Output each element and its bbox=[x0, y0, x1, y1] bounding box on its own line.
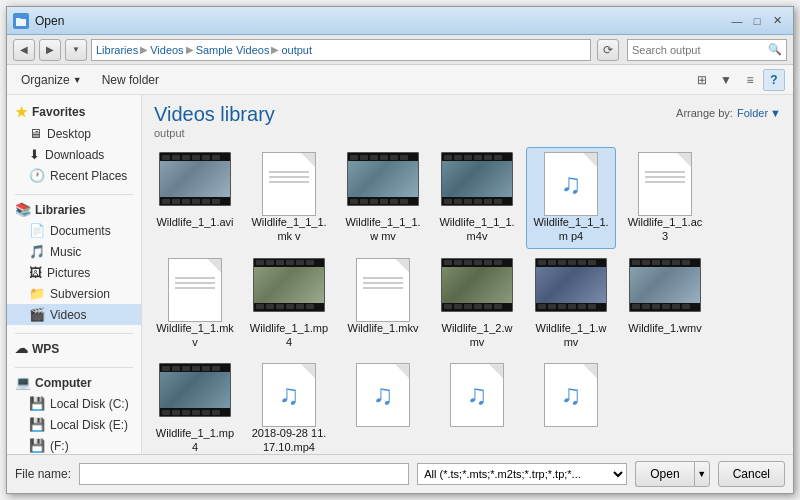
file-item[interactable]: Wildlife_1.mkv bbox=[338, 253, 428, 355]
close-button[interactable]: ✕ bbox=[767, 12, 787, 30]
computer-group: 💻 Computer 💾 Local Disk (C:) 💾 Local Dis… bbox=[7, 372, 141, 454]
libraries-group: 📚 Libraries 📄 Documents 🎵 Music 🖼 Pictur… bbox=[7, 199, 141, 325]
file-thumbnail bbox=[441, 152, 513, 212]
file-name: Wildlife_1_1_1.mk v bbox=[249, 215, 329, 244]
sidebar-item-downloads[interactable]: ⬇ Downloads bbox=[7, 144, 141, 165]
sidebar-divider-1 bbox=[15, 194, 133, 195]
sidebar-item-local-c[interactable]: 💾 Local Disk (C:) bbox=[7, 393, 141, 414]
address-toolbar: ◀ ▶ ▼ Libraries ▶ Videos ▶ Sample Videos… bbox=[7, 35, 793, 65]
search-icon[interactable]: 🔍 bbox=[768, 43, 782, 56]
file-item[interactable]: Wildlife_1_2.wmv bbox=[432, 253, 522, 355]
libraries-header[interactable]: 📚 Libraries bbox=[7, 199, 141, 220]
file-thumbnail bbox=[535, 258, 607, 318]
sidebar-item-music[interactable]: 🎵 Music bbox=[7, 241, 141, 262]
sidebar-item-videos[interactable]: 🎬 Videos bbox=[7, 304, 141, 325]
file-item[interactable]: Wildlife_1_1_1.m4v bbox=[432, 147, 522, 249]
sidebar-item-documents[interactable]: 📄 Documents bbox=[7, 220, 141, 241]
file-name: Wildlife_1_1.avi bbox=[156, 215, 233, 229]
search-input[interactable] bbox=[632, 44, 768, 56]
library-info: Videos library output bbox=[154, 103, 275, 139]
file-name: 2018-09-28 11.17.10.mp4 bbox=[249, 426, 329, 454]
file-name: Wildlife_1_1.mp4 bbox=[249, 321, 329, 350]
file-item[interactable]: ♫ bbox=[338, 358, 428, 454]
back-button[interactable]: ◀ bbox=[13, 39, 35, 61]
file-item[interactable]: Wildlife_1_1_1.mk v bbox=[244, 147, 334, 249]
file-name: Wildlife_1_1.mp4 bbox=[155, 426, 235, 454]
crumb-libraries[interactable]: Libraries bbox=[96, 44, 138, 56]
breadcrumb: Libraries ▶ Videos ▶ Sample Videos ▶ out… bbox=[96, 44, 312, 56]
organize-button[interactable]: Organize ▼ bbox=[15, 71, 88, 89]
documents-icon: 📄 bbox=[29, 223, 45, 238]
open-arrow-button[interactable]: ▼ bbox=[694, 461, 710, 487]
file-item[interactable]: ♫ bbox=[526, 358, 616, 454]
address-bar[interactable]: Libraries ▶ Videos ▶ Sample Videos ▶ out… bbox=[91, 39, 591, 61]
file-item[interactable]: ♫ 2018-09-28 11.17.10.mp4 bbox=[244, 358, 334, 454]
file-thumbnail bbox=[629, 152, 701, 212]
local-disk-e-icon: 💾 bbox=[29, 417, 45, 432]
file-name: Wildlife_1_1_1.w mv bbox=[343, 215, 423, 244]
sidebar-item-local-e[interactable]: 💾 Local Disk (E:) bbox=[7, 414, 141, 435]
filename-label: File name: bbox=[15, 467, 71, 481]
file-item[interactable]: ♫ Wildlife_1_1_1.m p4 bbox=[526, 147, 616, 249]
star-icon: ★ bbox=[15, 104, 28, 120]
arrange-by: Arrange by: Folder ▼ bbox=[676, 107, 781, 119]
sidebar-item-recent-places[interactable]: 🕐 Recent Places bbox=[7, 165, 141, 186]
file-name: Wildlife_1_1_1.m p4 bbox=[531, 215, 611, 244]
minimize-button[interactable]: — bbox=[727, 12, 747, 30]
help-button[interactable]: ? bbox=[763, 69, 785, 91]
wps-header[interactable]: ☁ WPS bbox=[7, 338, 141, 359]
libraries-icon: 📚 bbox=[15, 202, 31, 217]
details-view-button[interactable]: ▼ bbox=[715, 69, 737, 91]
file-name: Wildlife_1_2.wmv bbox=[437, 321, 517, 350]
sidebar-divider-3 bbox=[15, 367, 133, 368]
file-thumbnail bbox=[159, 152, 231, 212]
desktop-icon: 🖥 bbox=[29, 126, 42, 141]
refresh-button[interactable]: ⟳ bbox=[597, 39, 619, 61]
dialog-title: Open bbox=[35, 14, 727, 28]
sidebar-item-desktop[interactable]: 🖥 Desktop bbox=[7, 123, 141, 144]
file-item[interactable]: Wildlife_1_1.mkv bbox=[150, 253, 240, 355]
open-button[interactable]: Open bbox=[635, 461, 693, 487]
file-thumbnail: ♫ bbox=[535, 363, 607, 423]
sidebar-divider-2 bbox=[15, 333, 133, 334]
favorites-header[interactable]: ★ Favorites bbox=[7, 101, 141, 123]
sidebar-item-pictures[interactable]: 🖼 Pictures bbox=[7, 262, 141, 283]
computer-header[interactable]: 💻 Computer bbox=[7, 372, 141, 393]
sidebar-item-drive-f[interactable]: 💾 (F:) bbox=[7, 435, 141, 454]
sidebar-item-subversion[interactable]: 📁 Subversion bbox=[7, 283, 141, 304]
file-item[interactable]: ♫ bbox=[432, 358, 522, 454]
library-title: Videos library bbox=[154, 103, 275, 126]
library-subtitle: output bbox=[154, 127, 275, 139]
file-item[interactable]: Wildlife_1_1_1.w mv bbox=[338, 147, 428, 249]
drive-f-icon: 💾 bbox=[29, 438, 45, 453]
new-folder-button[interactable]: New folder bbox=[96, 71, 165, 89]
cancel-button[interactable]: Cancel bbox=[718, 461, 785, 487]
recent-places-icon: 🕐 bbox=[29, 168, 45, 183]
list-view-button[interactable]: ≡ bbox=[739, 69, 761, 91]
file-item[interactable]: Wildlife_1.wmv bbox=[620, 253, 710, 355]
file-item[interactable]: Wildlife_1_1.avi bbox=[150, 147, 240, 249]
file-thumbnail: ♫ bbox=[347, 363, 419, 423]
arrange-by-button[interactable]: Folder ▼ bbox=[737, 107, 781, 119]
file-thumbnail bbox=[441, 258, 513, 318]
file-thumbnail: ♫ bbox=[441, 363, 513, 423]
crumb-output[interactable]: output bbox=[281, 44, 312, 56]
search-box: 🔍 bbox=[627, 39, 787, 61]
filename-input[interactable] bbox=[79, 463, 409, 485]
favorites-group: ★ Favorites 🖥 Desktop ⬇ Downloads 🕐 Rece… bbox=[7, 101, 141, 186]
file-item[interactable]: Wildlife_1_1.mp4 bbox=[244, 253, 334, 355]
wps-icon: ☁ bbox=[15, 341, 28, 356]
file-item[interactable]: Wildlife_1_1.mp4 bbox=[150, 358, 240, 454]
crumb-sample-videos[interactable]: Sample Videos bbox=[196, 44, 270, 56]
crumb-videos[interactable]: Videos bbox=[150, 44, 183, 56]
bottom-bar: File name: All (*.ts;*.mts;*.m2ts;*.trp;… bbox=[7, 454, 793, 493]
file-thumbnail bbox=[159, 363, 231, 423]
forward-button[interactable]: ▶ bbox=[39, 39, 61, 61]
file-item[interactable]: Wildlife_1_1.wmv bbox=[526, 253, 616, 355]
filetype-select[interactable]: All (*.ts;*.mts;*.m2ts;*.trp;*.tp;*... bbox=[417, 463, 627, 485]
music-icon: 🎵 bbox=[29, 244, 45, 259]
maximize-button[interactable]: □ bbox=[747, 12, 767, 30]
dropdown-button[interactable]: ▼ bbox=[65, 39, 87, 61]
file-item[interactable]: Wildlife_1_1.ac3 bbox=[620, 147, 710, 249]
icon-view-button[interactable]: ⊞ bbox=[691, 69, 713, 91]
